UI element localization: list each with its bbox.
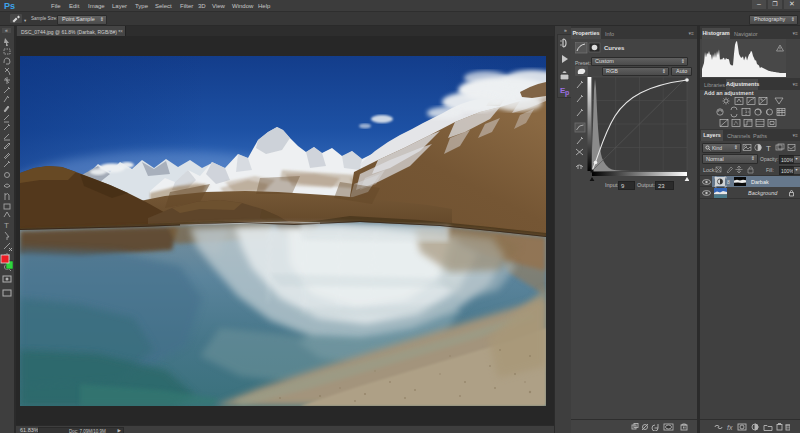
svg-text:T: T: [766, 144, 771, 153]
svg-text:T: T: [4, 221, 9, 230]
svg-text:fx: fx: [727, 424, 733, 431]
svg-text:p: p: [565, 89, 569, 97]
